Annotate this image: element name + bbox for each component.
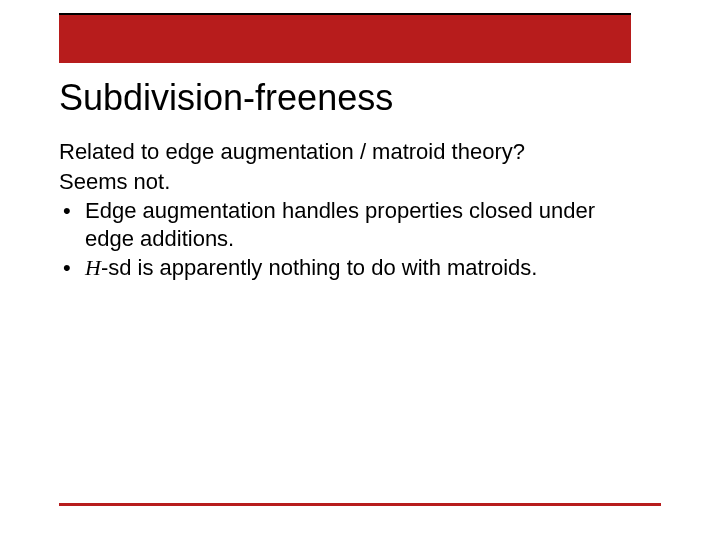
bullet-italic-prefix: H xyxy=(85,255,101,280)
body-line-2: Seems not. xyxy=(59,168,649,196)
slide: Subdivision-freeness Related to edge aug… xyxy=(0,0,720,540)
slide-title: Subdivision-freeness xyxy=(59,78,393,118)
bullet-list: Edge augmentation handles properties clo… xyxy=(59,197,649,282)
bullet-text: -sd is apparently nothing to do with mat… xyxy=(101,255,538,280)
header-band xyxy=(59,13,631,63)
footer-rule xyxy=(59,503,661,506)
bullet-item: H-sd is apparently nothing to do with ma… xyxy=(59,254,649,282)
slide-body: Related to edge augmentation / matroid t… xyxy=(59,136,649,284)
bullet-text: Edge augmentation handles properties clo… xyxy=(85,198,595,251)
body-line-1: Related to edge augmentation / matroid t… xyxy=(59,138,649,166)
bullet-item: Edge augmentation handles properties clo… xyxy=(59,197,649,252)
header-band-fill xyxy=(59,15,631,63)
